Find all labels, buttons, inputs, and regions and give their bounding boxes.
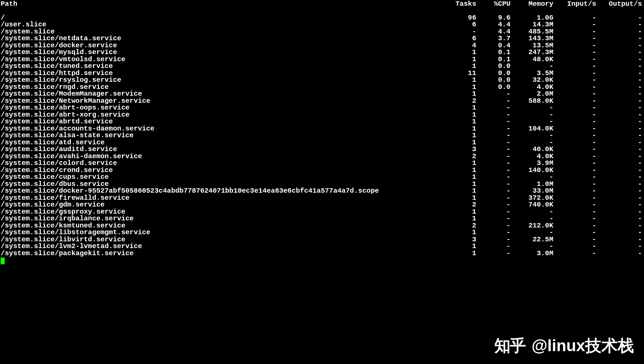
cell-input: - — [553, 236, 596, 243]
cell-memory: 33.0M — [511, 188, 553, 195]
cell-cpu: 9.6 — [476, 15, 510, 22]
cell-cpu: - — [476, 153, 510, 160]
cell-cpu: - — [476, 209, 510, 216]
terminal-output[interactable]: Path Tasks %CPU Memory Input/s Output/s … — [0, 0, 644, 267]
cell-path: /system.slice/auditd.service — [1, 146, 442, 153]
cell-tasks: 1 — [442, 139, 476, 146]
table-row: /system.slice/httpd.service110.03.5M-- — [1, 70, 643, 77]
cell-input: - — [553, 215, 596, 222]
cell-path: /system.slice/dbus.service — [1, 181, 442, 188]
cell-tasks: 6 — [442, 35, 476, 42]
cell-cpu: - — [476, 160, 510, 167]
cell-output: - — [596, 167, 644, 174]
cell-output: - — [596, 209, 644, 216]
cell-memory: 485.5M — [511, 28, 553, 35]
cell-output: - — [596, 15, 644, 22]
cell-tasks: 1 — [442, 125, 476, 132]
cell-tasks: 1 — [442, 181, 476, 188]
cell-input: - — [553, 42, 596, 49]
cell-path: /system.slice/rngd.service — [1, 84, 442, 91]
cell-tasks: 1 — [442, 160, 476, 167]
cell-output: - — [596, 84, 644, 91]
cgroup-table: Path Tasks %CPU Memory Input/s Output/s … — [1, 1, 643, 257]
cell-path: /system.slice/colord.service — [1, 160, 442, 167]
cell-memory: 588.0K — [511, 98, 553, 105]
cell-output: - — [596, 49, 644, 56]
cell-output: - — [596, 160, 644, 167]
cell-tasks: 1 — [442, 104, 476, 112]
cell-input: - — [553, 222, 596, 229]
cell-tasks: 1 — [442, 215, 476, 222]
cell-output: - — [596, 35, 644, 42]
cell-cpu: - — [476, 132, 510, 139]
cell-cpu: 3.7 — [476, 35, 510, 42]
cell-cpu: - — [476, 222, 510, 229]
cell-memory: 14.3M — [511, 21, 553, 28]
cell-memory: 3.5M — [511, 70, 553, 77]
cell-output: - — [596, 222, 644, 229]
cell-path: /system.slice/docker-95527abf505860523c4… — [1, 188, 442, 195]
cell-input: - — [553, 104, 596, 112]
cell-output: - — [596, 201, 644, 209]
cell-memory: 13.5M — [511, 42, 553, 49]
cell-path: /system.slice/lvm2-lvmetad.service — [1, 243, 442, 250]
cell-memory: 40.0K — [511, 146, 553, 153]
table-row: /system.slice/mysqld.service10.1247.3M-- — [1, 49, 643, 56]
table-row: /system.slice/abrt-oops.service1---- — [1, 104, 643, 112]
cell-cpu: 0.4 — [476, 42, 510, 49]
cell-input: - — [553, 84, 596, 91]
cell-path: /system.slice/NetworkManager.service — [1, 98, 442, 105]
cell-path: /system.slice/accounts-daemon.service — [1, 125, 442, 132]
table-row: /system.slice/netdata.service63.7143.3M-… — [1, 35, 643, 42]
cell-cpu: - — [476, 215, 510, 222]
cell-input: - — [553, 132, 596, 139]
cell-memory: - — [511, 132, 553, 139]
table-row: /system.slice/packagekit.service1-3.0M-- — [1, 250, 643, 257]
cell-input: - — [553, 98, 596, 105]
cell-memory: 140.0K — [511, 167, 553, 174]
cell-tasks: 2 — [442, 222, 476, 229]
cell-input: - — [553, 125, 596, 132]
watermark: 知乎 @linux技术栈 — [494, 338, 634, 354]
cell-input: - — [553, 201, 596, 209]
cell-input: - — [553, 35, 596, 42]
cell-memory: 2.0M — [511, 91, 553, 98]
cell-tasks: 1 — [442, 188, 476, 195]
table-row: /system.slice/docker-95527abf505860523c4… — [1, 188, 643, 195]
table-row: /system.slice/accounts-daemon.service1-1… — [1, 125, 643, 132]
cell-path: /system.slice/avahi-daemon.service — [1, 153, 442, 160]
cell-output: - — [596, 21, 644, 28]
cell-tasks: 6 — [442, 21, 476, 28]
cell-memory: - — [511, 229, 553, 236]
cell-cpu: - — [476, 167, 510, 174]
cell-input: - — [553, 118, 596, 125]
table-row: /user.slice64.414.3M-- — [1, 21, 643, 28]
cell-path: /system.slice/rsyslog.service — [1, 77, 442, 84]
cell-output: - — [596, 174, 644, 181]
cell-path: /system.slice/ksmtuned.service — [1, 222, 442, 229]
cell-output: - — [596, 188, 644, 195]
cell-cpu: - — [476, 91, 510, 98]
cell-tasks: 1 — [442, 49, 476, 56]
cell-path: /system.slice/abrt-xorg.service — [1, 112, 442, 119]
cell-tasks: 1 — [442, 56, 476, 63]
cell-output: - — [596, 181, 644, 188]
cell-output: - — [596, 77, 644, 84]
cell-output: - — [596, 139, 644, 146]
cell-path: /system.slice/tuned.service — [1, 63, 442, 70]
cell-input: - — [553, 56, 596, 63]
header-output: Output/s — [596, 1, 644, 15]
cell-memory: - — [511, 112, 553, 119]
cell-memory: 3.9M — [511, 160, 553, 167]
table-row: /system.slice/dbus.service1-1.0M-- — [1, 181, 643, 188]
cell-output: - — [596, 146, 644, 153]
cell-path: /system.slice/libvirtd.service — [1, 236, 442, 243]
cell-input: - — [553, 188, 596, 195]
cell-path: /system.slice/abrt-oops.service — [1, 104, 442, 112]
cell-path: /system.slice/libstoragemgmt.service — [1, 229, 442, 236]
cell-memory: 4.0K — [511, 153, 553, 160]
cell-memory: 48.0K — [511, 56, 553, 63]
cell-memory: 372.0K — [511, 195, 553, 202]
cell-input: - — [553, 21, 596, 28]
cell-tasks: 1 — [442, 77, 476, 84]
